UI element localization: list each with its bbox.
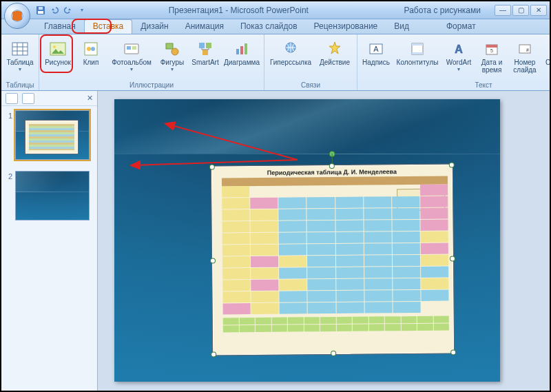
- action-icon: [325, 39, 344, 59]
- slide-thumbnails-pane: ✕ 1 2: [1, 91, 98, 391]
- periodic-table-grid: [222, 185, 449, 351]
- svg-rect-26: [412, 52, 423, 54]
- chart-button[interactable]: Диаграмма: [222, 37, 261, 68]
- group-tables: Таблицы: [4, 81, 36, 90]
- clip-label: Клип: [83, 59, 99, 66]
- symbol-label: Символ: [545, 59, 551, 66]
- close-pane-icon[interactable]: ✕: [87, 94, 93, 103]
- minimize-button[interactable]: —: [495, 5, 511, 16]
- resize-handle-tm[interactable]: [329, 163, 335, 169]
- resize-handle-bm[interactable]: [331, 351, 336, 356]
- headerfooter-label: Колонтитулы: [397, 59, 439, 66]
- wordart-label: WordArt: [446, 59, 472, 66]
- datetime-label: Дата и время: [477, 59, 507, 74]
- svg-rect-18: [236, 49, 239, 54]
- redo-icon[interactable]: [63, 6, 73, 15]
- datetime-icon: 5: [482, 39, 501, 59]
- textbox-icon: A: [366, 39, 386, 59]
- svg-rect-13: [166, 43, 173, 49]
- tab-view[interactable]: Вид: [386, 20, 417, 34]
- group-text: Текст: [360, 81, 551, 90]
- tab-design[interactable]: Дизайн: [132, 20, 176, 34]
- svg-point-9: [91, 47, 95, 51]
- svg-rect-15: [199, 43, 205, 48]
- photoalbum-button[interactable]: Фотоальбом ▾: [108, 37, 155, 74]
- resize-handle-bl[interactable]: [211, 351, 216, 357]
- thumbnails-tab-icon[interactable]: [6, 93, 18, 104]
- slide-number-2: 2: [4, 171, 12, 220]
- svg-rect-19: [240, 46, 243, 54]
- save-icon[interactable]: [36, 6, 45, 15]
- headerfooter-icon: [408, 39, 427, 59]
- hyperlink-button[interactable]: Гиперссылка: [267, 37, 314, 68]
- tab-review[interactable]: Рецензирование: [306, 20, 386, 34]
- slide-thumb-2[interactable]: [15, 171, 90, 220]
- tab-slideshow[interactable]: Показ слайдов: [232, 20, 306, 34]
- action-button[interactable]: Действие: [315, 37, 354, 68]
- svg-point-14: [171, 48, 178, 55]
- slide-thumb-1[interactable]: [15, 110, 90, 160]
- table-label: Таблица: [6, 59, 33, 66]
- shapes-label: Фигуры: [160, 59, 184, 66]
- slide-number-1: 1: [4, 110, 12, 160]
- inserted-picture[interactable]: Периодическая таблица Д. И. Менделеева: [211, 164, 454, 355]
- hyperlink-icon: [281, 39, 300, 59]
- smartart-button[interactable]: SmartArt: [189, 37, 221, 68]
- svg-text:5: 5: [490, 48, 493, 53]
- svg-rect-2: [38, 11, 43, 14]
- tab-animations[interactable]: Анимация: [177, 20, 232, 34]
- group-illustrations: Иллюстрации: [42, 81, 261, 90]
- chart-label: Диаграмма: [224, 59, 260, 66]
- svg-rect-16: [206, 43, 211, 48]
- shapes-icon: [163, 39, 182, 59]
- wordart-icon: A: [449, 39, 468, 59]
- svg-point-8: [87, 47, 91, 51]
- svg-rect-20: [245, 43, 247, 54]
- table-icon: [10, 39, 30, 59]
- datetime-button[interactable]: 5 Дата и время: [476, 37, 508, 76]
- office-button[interactable]: [4, 3, 30, 29]
- current-slide[interactable]: Периодическая таблица Д. И. Менделеева: [114, 99, 500, 382]
- resize-handle-br[interactable]: [450, 349, 456, 355]
- slide-editor[interactable]: Периодическая таблица Д. И. Менделеева: [98, 91, 550, 391]
- symbol-icon: Ω: [548, 39, 551, 59]
- svg-rect-17: [202, 50, 208, 55]
- tab-format[interactable]: Формат: [438, 20, 484, 34]
- clip-button[interactable]: Клип: [75, 37, 107, 68]
- photoalbum-icon: [122, 39, 141, 59]
- picture-button[interactable]: Рисунок: [42, 37, 74, 68]
- svg-rect-3: [39, 7, 43, 10]
- svg-rect-11: [127, 46, 131, 50]
- symbol-button[interactable]: Ω Символ: [542, 37, 551, 68]
- qat-dropdown-icon[interactable]: ▾: [77, 6, 87, 15]
- tab-home[interactable]: Главная: [36, 20, 84, 34]
- svg-point-6: [53, 45, 56, 48]
- quick-access-toolbar: ▾: [36, 6, 87, 15]
- maximize-button[interactable]: ▢: [512, 5, 529, 16]
- table-button[interactable]: Таблица ▾: [4, 37, 36, 74]
- resize-handle-tr[interactable]: [449, 162, 455, 167]
- slidenum-label: Номер слайда: [510, 59, 540, 74]
- slidenum-button[interactable]: # Номер слайда: [509, 37, 541, 76]
- chart-icon: [232, 39, 251, 59]
- smartart-label: SmartArt: [191, 59, 218, 66]
- resize-handle-tl[interactable]: [209, 164, 215, 169]
- picture-label: Рисунок: [45, 59, 71, 66]
- headerfooter-button[interactable]: Колонтитулы: [393, 37, 441, 68]
- photoalbum-label: Фотоальбом: [112, 59, 152, 66]
- textbox-label: Надпись: [362, 59, 390, 66]
- action-label: Действие: [320, 59, 350, 66]
- wordart-button[interactable]: A WordArt ▾: [443, 37, 475, 74]
- undo-icon[interactable]: [50, 6, 59, 15]
- hyperlink-label: Гиперссылка: [270, 59, 311, 66]
- close-button[interactable]: ✕: [530, 5, 547, 16]
- textbox-button[interactable]: A Надпись: [360, 37, 392, 68]
- clip-icon: [81, 39, 101, 59]
- resize-handle-ml[interactable]: [210, 258, 216, 263]
- outline-tab-icon[interactable]: [22, 93, 34, 104]
- group-links: Связи: [267, 81, 354, 90]
- resize-handle-mr[interactable]: [450, 256, 455, 261]
- tab-insert[interactable]: Вставка: [84, 19, 133, 34]
- shapes-button[interactable]: Фигуры ▾: [156, 37, 188, 74]
- svg-text:#: #: [526, 48, 529, 52]
